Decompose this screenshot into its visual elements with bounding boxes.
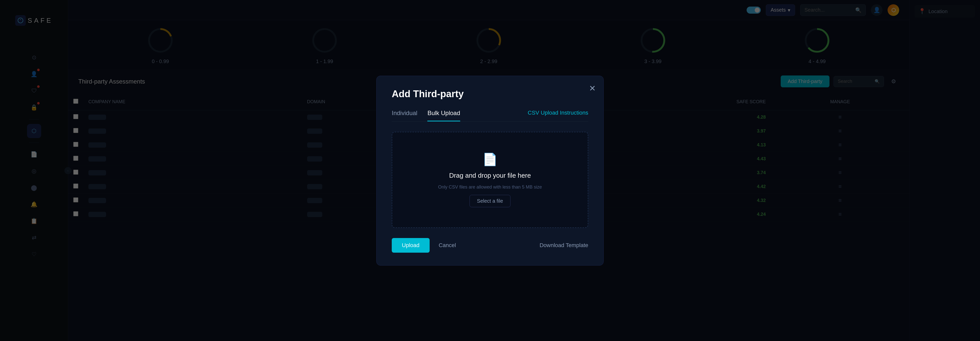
modal-close-button[interactable]: ✕: [589, 84, 596, 93]
cancel-button[interactable]: Cancel: [434, 238, 461, 253]
upload-area[interactable]: 📄 Drag and drop your file here Only CSV …: [392, 132, 588, 228]
download-template-button[interactable]: Download Template: [539, 242, 588, 249]
select-file-button[interactable]: Select a file: [469, 195, 510, 207]
tab-bulk-upload[interactable]: Bulk Upload: [427, 109, 460, 121]
modal-footer: Upload Cancel Download Template: [392, 238, 588, 253]
upload-main-text: Drag and drop your file here: [449, 171, 531, 179]
upload-sub-text: Only CSV files are allowed with less tha…: [438, 184, 542, 190]
csv-instructions-link[interactable]: CSV Upload Instructions: [528, 109, 588, 121]
upload-button[interactable]: Upload: [392, 238, 430, 253]
add-third-party-modal: Add Third-party ✕ Individual Bulk Upload…: [376, 76, 604, 265]
tab-individual[interactable]: Individual: [392, 109, 417, 121]
modal-overlay[interactable]: Add Third-party ✕ Individual Bulk Upload…: [0, 0, 980, 341]
modal-tabs: Individual Bulk Upload CSV Upload Instru…: [392, 109, 588, 122]
modal-title: Add Third-party: [392, 89, 588, 100]
file-upload-icon: 📄: [482, 152, 498, 167]
footer-left: Upload Cancel: [392, 238, 461, 253]
